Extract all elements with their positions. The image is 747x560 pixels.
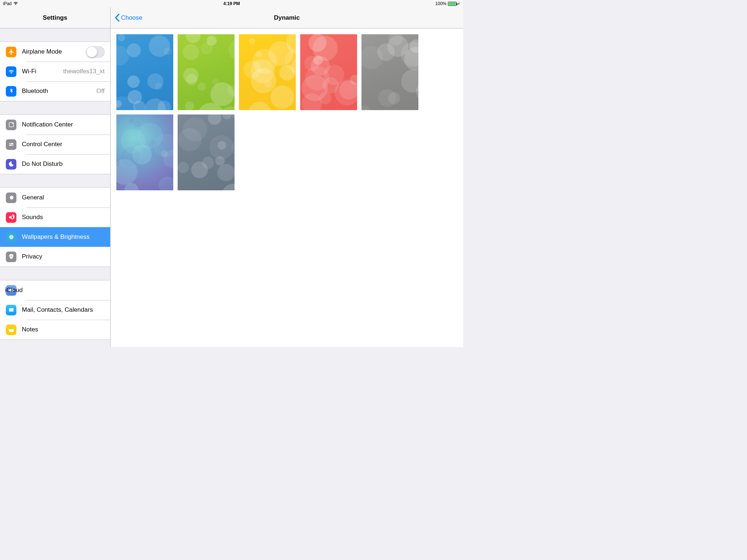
content-pane: Choose Dynamic — [111, 7, 463, 347]
wallpaper-dynamic-slate[interactable] — [178, 114, 235, 190]
svg-rect-11 — [9, 327, 14, 329]
sidebar-item-control-center[interactable]: Control Center — [0, 135, 110, 154]
do-not-disturb-icon — [6, 159, 16, 170]
airplane-mode-toggle[interactable] — [86, 46, 105, 58]
settings-sidebar: Settings Airplane Mode Wi-Fi thewolfes13… — [0, 7, 111, 347]
sidebar-item-notification-center[interactable]: Notification Center — [0, 115, 110, 135]
sidebar-item-icloud[interactable]: iCloud — [0, 280, 110, 300]
sidebar-item-wallpapers[interactable]: Wallpapers & Brightness — [0, 227, 110, 247]
sidebar-item-mail-contacts-calendars[interactable]: Mail, Contacts, Calendars — [0, 300, 110, 320]
battery-percent: 100% — [435, 1, 446, 6]
status-left: iPad — [2, 1, 18, 6]
content-title: Dynamic — [274, 14, 300, 22]
sidebar-title: Settings — [0, 7, 110, 28]
sidebar-item-bluetooth[interactable]: Bluetooth Off — [0, 81, 110, 101]
sidebar-item-label: Notification Center — [22, 121, 105, 128]
sidebar-item-label: Airplane Mode — [22, 48, 86, 55]
sidebar-item-privacy[interactable]: Privacy — [0, 247, 110, 267]
sounds-icon — [6, 212, 16, 223]
notification-center-icon — [6, 120, 16, 130]
wallpaper-dynamic-red[interactable] — [300, 34, 357, 110]
settings-group-device: General Sounds Wallpapers & Brightness P… — [0, 187, 110, 267]
wallpapers-icon — [6, 232, 16, 242]
sidebar-item-airplane-mode[interactable]: Airplane Mode — [0, 42, 110, 62]
back-button[interactable]: Choose — [115, 14, 143, 22]
wifi-network-value: thewolfes13_xt — [60, 68, 104, 75]
sidebar-item-notes[interactable]: Notes — [0, 320, 110, 339]
wallpaper-dynamic-yellow[interactable] — [239, 34, 296, 110]
wallpaper-grid — [111, 28, 463, 196]
airplane-icon — [6, 47, 16, 57]
sidebar-item-label: Sounds — [22, 214, 105, 221]
sidebar-item-label: Wallpapers & Brightness — [22, 233, 105, 241]
sidebar-item-wifi[interactable]: Wi-Fi thewolfes13_xt — [0, 62, 110, 81]
sidebar-item-do-not-disturb[interactable]: Do Not Disturb — [0, 154, 110, 174]
control-center-icon — [6, 139, 16, 150]
settings-group-accounts: iCloud Mail, Contacts, Calendars Notes — [0, 280, 110, 340]
svg-point-1 — [12, 123, 13, 124]
back-label: Choose — [121, 14, 143, 22]
sidebar-item-sounds[interactable]: Sounds — [0, 207, 110, 227]
status-right: 100% ⚡︎ — [435, 1, 461, 6]
charging-icon: ⚡︎ — [457, 1, 460, 6]
content-header: Choose Dynamic — [111, 7, 463, 28]
sidebar-item-label: Mail, Contacts, Calendars — [22, 306, 105, 314]
status-time: 4:19 PM — [223, 1, 240, 6]
chevron-left-icon — [115, 14, 120, 22]
wallpaper-dynamic-gray[interactable] — [361, 34, 418, 110]
battery-icon — [448, 2, 457, 6]
sidebar-item-label: General — [22, 194, 105, 201]
general-icon — [6, 192, 16, 203]
sidebar-item-label: Control Center — [22, 141, 105, 148]
sidebar-item-general[interactable]: General — [0, 188, 110, 207]
sidebar-item-label: Notes — [22, 326, 105, 333]
settings-group-notifications: Notification Center Control Center Do No… — [0, 114, 110, 174]
sidebar-item-label: Do Not Disturb — [22, 160, 105, 168]
status-bar: iPad 4:19 PM 100% ⚡︎ — [0, 0, 463, 7]
sidebar-item-label: Bluetooth — [22, 88, 93, 95]
wifi-icon — [6, 66, 16, 77]
sidebar-item-label: Privacy — [22, 253, 105, 260]
privacy-icon — [6, 252, 16, 262]
wallpaper-dynamic-blue[interactable] — [116, 34, 173, 110]
wifi-signal-icon — [13, 1, 18, 6]
svg-rect-12 — [9, 329, 14, 329]
wallpaper-dynamic-green[interactable] — [178, 34, 235, 110]
svg-point-5 — [11, 145, 12, 146]
wallpaper-dynamic-iris[interactable] — [116, 114, 173, 190]
mail-icon — [6, 305, 16, 315]
sidebar-item-label: Wi-Fi — [22, 68, 60, 75]
sidebar-item-label: iCloud — [5, 287, 105, 294]
bluetooth-value: Off — [93, 88, 104, 95]
svg-point-7 — [9, 236, 13, 238]
svg-point-4 — [10, 143, 11, 144]
device-label: iPad — [3, 1, 12, 6]
bluetooth-icon — [6, 86, 16, 97]
notes-icon — [6, 324, 16, 335]
settings-group-connectivity: Airplane Mode Wi-Fi thewolfes13_xt Bluet… — [0, 42, 110, 101]
